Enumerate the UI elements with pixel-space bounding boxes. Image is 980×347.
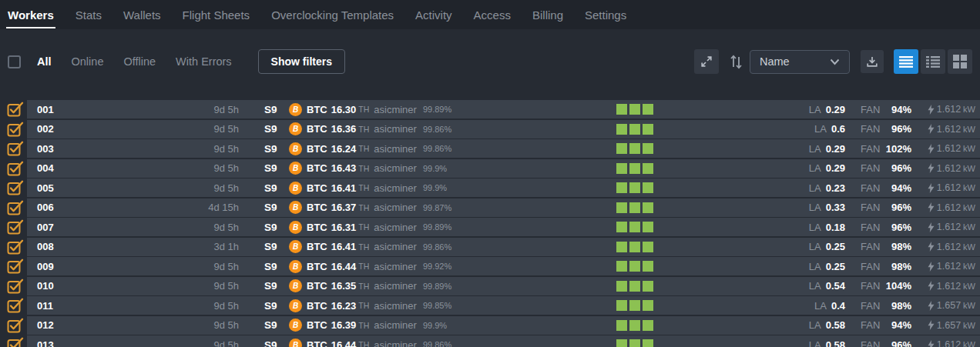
nav-item-flight-sheets[interactable]: Flight Sheets [183, 0, 250, 29]
nav-item-activity[interactable]: Activity [415, 0, 452, 29]
filter-tab-offline[interactable]: Offline [123, 55, 156, 68]
worker-row-main[interactable]: 013 9d 5h S9 B BTC 16.44 TH asicminer 99… [27, 335, 980, 347]
select-all-checkbox[interactable] [8, 55, 21, 68]
row-checkbox[interactable] [0, 159, 27, 178]
fan-label: FAN [861, 104, 880, 115]
power-value: 1.612 [937, 202, 961, 213]
nav-item-workers[interactable]: Workers [8, 0, 54, 29]
table-row[interactable]: 004 9d 5h S9 B BTC 16.43 TH asicminer 99… [0, 159, 980, 178]
download-button[interactable] [861, 50, 884, 73]
row-checkbox[interactable] [0, 257, 27, 275]
sort-direction-button[interactable] [730, 53, 743, 70]
worker-row-main[interactable]: 006 4d 15h S9 B BTC 16.37 TH asicminer 9… [27, 199, 980, 217]
filter-tab-online[interactable]: Online [72, 55, 104, 68]
status-square-green [643, 281, 653, 292]
row-checkbox[interactable] [0, 199, 27, 217]
worker-row-main[interactable]: 008 3d 1h S9 B BTC 16.41 TH asicminer 99… [27, 238, 980, 256]
nav-item-billing[interactable]: Billing [532, 0, 563, 29]
table-row[interactable]: 008 3d 1h S9 B BTC 16.41 TH asicminer 99… [0, 238, 980, 256]
row-checkbox[interactable] [0, 277, 27, 295]
worker-uptime: 9d 5h [114, 143, 239, 155]
row-checkbox[interactable] [0, 316, 27, 335]
row-checkbox[interactable] [0, 179, 27, 197]
worker-row-main[interactable]: 010 9d 5h S9 B BTC 16.35 TH asicminer 99… [27, 277, 980, 295]
worker-row-main[interactable]: 009 9d 5h S9 B BTC 16.44 TH asicminer 99… [27, 257, 980, 275]
la-label: LA [809, 222, 821, 233]
worker-uptime: 4d 15h [114, 202, 239, 213]
table-row[interactable]: 010 9d 5h S9 B BTC 16.35 TH asicminer 99… [0, 277, 980, 295]
power-cell: 1.612 kW [928, 242, 975, 252]
worker-uptime: 9d 5h [114, 222, 239, 233]
nav-item-wallets[interactable]: Wallets [123, 0, 161, 29]
status-squares [616, 320, 653, 331]
fan-label: FAN [861, 182, 880, 194]
filter-tab-with-errors[interactable]: With Errors [176, 55, 232, 68]
la-label: LA [809, 202, 821, 213]
power-value: 1.612 [937, 281, 961, 292]
btc-coin-icon: B [289, 279, 302, 292]
worker-row-main[interactable]: 003 9d 5h S9 B BTC 16.24 TH asicminer 99… [27, 139, 980, 158]
worker-uptime: 9d 5h [114, 339, 239, 347]
table-row[interactable]: 013 9d 5h S9 B BTC 16.44 TH asicminer 99… [0, 335, 980, 347]
nav-item-access[interactable]: Access [474, 0, 511, 29]
fan-value: 98% [891, 241, 911, 252]
worker-row-main[interactable]: 001 9d 5h S9 B BTC 16.30 TH asicminer 99… [27, 100, 980, 118]
status-square-green [629, 163, 640, 174]
miner-name: asicminer [374, 300, 417, 312]
table-row[interactable]: 009 9d 5h S9 B BTC 16.44 TH asicminer 99… [0, 257, 980, 275]
hashrate-value: 16.39 [331, 319, 357, 331]
table-row[interactable]: 005 9d 5h S9 B BTC 16.41 TH asicminer 99… [0, 179, 980, 197]
worker-row-main[interactable]: 004 9d 5h S9 B BTC 16.43 TH asicminer 99… [27, 159, 980, 178]
hashrate-unit: TH [358, 242, 369, 252]
worker-row-main[interactable]: 005 9d 5h S9 B BTC 16.41 TH asicminer 99… [27, 179, 980, 197]
la-label: LA [809, 143, 821, 155]
worker-row-main[interactable]: 012 9d 5h S9 B BTC 16.39 TH asicminer 99… [27, 316, 980, 335]
row-checkbox[interactable] [0, 238, 27, 256]
table-row[interactable]: 011 9d 5h S9 B BTC 16.23 TH asicminer 99… [0, 296, 980, 315]
row-checkbox[interactable] [0, 139, 27, 158]
table-row[interactable]: 012 9d 5h S9 B BTC 16.39 TH asicminer 99… [0, 316, 980, 335]
nav-item-stats[interactable]: Stats [76, 0, 102, 29]
hashrate-unit: TH [358, 321, 369, 330]
power-cell: 1.612 kW [928, 261, 975, 272]
hashrate-value: 16.37 [331, 202, 357, 213]
fan-value: 96% [891, 202, 911, 213]
worker-uptime: 9d 5h [114, 300, 239, 312]
worker-row-main[interactable]: 002 9d 5h S9 B BTC 16.36 TH asicminer 99… [27, 120, 980, 138]
nav-item-overclocking-templates[interactable]: Overclocking Templates [271, 0, 394, 29]
filter-tab-all[interactable]: All [37, 55, 52, 68]
miner-name: asicminer [374, 241, 417, 252]
show-filters-button[interactable]: Show filters [258, 49, 345, 74]
fan-value: 96% [891, 222, 911, 233]
nav-item-settings[interactable]: Settings [585, 0, 626, 29]
table-row[interactable]: 003 9d 5h S9 B BTC 16.24 TH asicminer 99… [0, 139, 980, 158]
view-list-button[interactable] [894, 49, 918, 74]
fan-cell: FAN96% [861, 162, 911, 174]
worker-row-main[interactable]: 007 9d 5h S9 B BTC 16.31 TH asicminer 99… [27, 218, 980, 236]
worker-uptime: 9d 5h [114, 123, 239, 135]
table-row[interactable]: 001 9d 5h S9 B BTC 16.30 TH asicminer 99… [0, 100, 980, 118]
worker-name: 007 [37, 222, 114, 233]
row-checkbox[interactable] [0, 120, 27, 138]
accepted-shares-percent: 99.89% [423, 105, 451, 114]
view-grid-button[interactable] [948, 49, 972, 74]
sort-by-dropdown[interactable]: Name [750, 50, 850, 74]
status-square-green [643, 124, 653, 135]
row-checkbox[interactable] [0, 296, 27, 315]
coin-ticker: BTC [307, 300, 327, 312]
accepted-shares-percent: 99.89% [423, 222, 451, 232]
expand-button[interactable] [694, 49, 719, 74]
table-row[interactable]: 006 4d 15h S9 B BTC 16.37 TH asicminer 9… [0, 199, 980, 217]
worker-model: S9 [264, 222, 286, 233]
table-row[interactable]: 002 9d 5h S9 B BTC 16.36 TH asicminer 99… [0, 120, 980, 138]
table-row[interactable]: 007 9d 5h S9 B BTC 16.31 TH asicminer 99… [0, 218, 980, 236]
worker-name: 009 [37, 261, 114, 272]
row-checkbox[interactable] [0, 218, 27, 236]
worker-row-main[interactable]: 011 9d 5h S9 B BTC 16.23 TH asicminer 99… [27, 296, 980, 315]
status-squares [616, 202, 653, 213]
miner-name: asicminer [374, 182, 417, 194]
row-checkbox[interactable] [0, 335, 27, 347]
view-table-button[interactable] [921, 49, 945, 74]
la-label: LA [809, 162, 821, 174]
row-checkbox[interactable] [0, 100, 27, 118]
